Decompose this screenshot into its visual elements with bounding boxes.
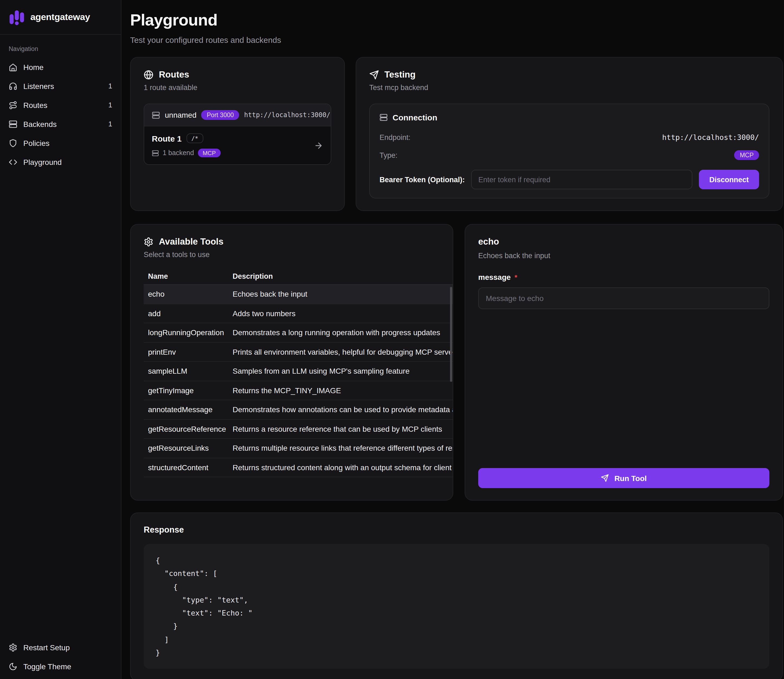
routes-card-subtitle: 1 route available <box>144 83 331 92</box>
column-header-name: Name <box>148 272 233 280</box>
sidebar-item-label: Playground <box>23 158 62 166</box>
tool-row-structuredContent[interactable]: structuredContent Returns structured con… <box>144 458 453 477</box>
run-tool-button[interactable]: Run Tool <box>478 468 769 488</box>
server-icon <box>9 120 17 128</box>
routes-card: Routes 1 route available unnamed Port 30… <box>130 57 345 211</box>
tools-card-subtitle: Select a tools to use <box>144 250 440 259</box>
listener-name: unnamed <box>165 111 197 119</box>
server-icon <box>152 111 160 119</box>
tool-row-echo[interactable]: echo Echoes back the input <box>144 285 453 304</box>
endpoint-label: Endpoint: <box>380 133 411 141</box>
disconnect-button[interactable]: Disconnect <box>699 170 759 189</box>
sidebar-item-label: Policies <box>23 139 50 147</box>
gear-icon <box>144 237 153 247</box>
sidebar-item-backends[interactable]: Backends 1 <box>0 114 121 133</box>
sidebar-item-label: Home <box>23 63 44 71</box>
tool-row-annotatedMessage[interactable]: annotatedMessage Demonstrates how annota… <box>144 400 453 419</box>
tool-row-printEnv[interactable]: printEnv Prints all environment variable… <box>144 343 453 362</box>
route-name: Route 1 <box>152 134 182 143</box>
tool-row-getResourceReference[interactable]: getResourceReference Returns a resource … <box>144 419 453 439</box>
connection-panel: Connection Endpoint: http://localhost:30… <box>369 103 769 199</box>
sidebar-item-playground[interactable]: Playground <box>0 152 121 171</box>
selected-tool-title: echo <box>478 236 769 247</box>
route-icon <box>9 101 17 109</box>
tool-row-longRunningOperation[interactable]: longRunningOperation Demonstrates a long… <box>144 323 453 343</box>
testing-card-title: Testing <box>384 69 415 80</box>
column-header-description: Description <box>233 272 447 280</box>
page-subtitle: Test your configured routes and backends <box>130 35 783 44</box>
testing-card: Testing Test mcp backend Connection Endp… <box>356 57 783 211</box>
response-card: Response { "content": [ { "type": "text"… <box>130 513 783 679</box>
sidebar-item-policies[interactable]: Policies <box>0 133 121 152</box>
tool-row-getTinyImage[interactable]: getTinyImage Returns the MCP_TINY_IMAGE <box>144 381 453 400</box>
sidebar-footer: Restart Setup Toggle Theme <box>0 638 121 679</box>
route-list-item[interactable]: Route 1 /* 1 backend MCP <box>144 126 331 164</box>
listener-row: unnamed Port 3000 http://localhost:3000/ <box>144 104 331 126</box>
port-badge: Port 3000 <box>201 110 239 120</box>
sidebar-item-count: 1 <box>108 82 112 90</box>
server-icon <box>380 113 388 122</box>
routes-card-title: Routes <box>159 69 189 80</box>
sidebar-item-count: 1 <box>108 120 112 128</box>
sidebar: agentgateway Navigation Home Listeners 1… <box>0 0 122 679</box>
brand[interactable]: agentgateway <box>0 0 121 35</box>
selected-tool-subtitle: Echoes back the input <box>478 252 769 260</box>
sidebar-item-count: 1 <box>108 101 112 109</box>
tool-row-sampleLLM[interactable]: sampleLLM Samples from an LLM using MCP'… <box>144 362 453 381</box>
tools-table: Name Description echo Echoes back the in… <box>144 268 453 477</box>
bearer-token-label: Bearer Token (Optional): <box>380 175 465 183</box>
app-root: agentgateway Navigation Home Listeners 1… <box>0 0 784 679</box>
run-tool-label: Run Tool <box>614 474 647 482</box>
send-icon <box>601 474 609 482</box>
route-path-badge: /* <box>186 133 203 143</box>
globe-icon <box>144 70 153 80</box>
sidebar-item-routes[interactable]: Routes 1 <box>0 95 121 114</box>
brand-name: agentgateway <box>30 12 90 22</box>
headphones-icon <box>9 81 17 90</box>
response-json: { "content": [ { "type": "text", "text":… <box>144 544 769 669</box>
route-backend-count: 1 backend <box>162 149 194 157</box>
top-row: Routes 1 route available unnamed Port 30… <box>130 57 783 211</box>
tools-card-title: Available Tools <box>159 236 223 247</box>
toggle-theme-label: Toggle Theme <box>23 662 71 671</box>
page-title: Playground <box>130 11 783 29</box>
tool-runner-card: echo Echoes back the input message * Run… <box>465 224 783 501</box>
available-tools-card: Available Tools Select a tools to use Na… <box>130 224 453 501</box>
listener-url: http://localhost:3000/ <box>244 111 331 119</box>
sidebar-item-label: Routes <box>23 101 47 109</box>
response-title: Response <box>144 525 769 535</box>
home-icon <box>9 63 17 71</box>
listener-box: unnamed Port 3000 http://localhost:3000/… <box>144 103 331 165</box>
toggle-theme-button[interactable]: Toggle Theme <box>0 657 121 676</box>
nav-section-label: Navigation <box>0 35 121 58</box>
restart-setup-button[interactable]: Restart Setup <box>0 638 121 657</box>
endpoint-value: http://localhost:3000/ <box>662 133 759 142</box>
tools-table-header: Name Description <box>144 268 453 285</box>
restart-setup-label: Restart Setup <box>23 643 70 652</box>
sidebar-item-listeners[interactable]: Listeners 1 <box>0 77 121 95</box>
connection-type-badge: MCP <box>734 150 759 160</box>
message-field-label: message <box>478 273 511 282</box>
route-type-badge: MCP <box>198 149 221 157</box>
bearer-token-input[interactable] <box>472 170 693 189</box>
main-content: Playground Test your configured routes a… <box>122 0 784 679</box>
sidebar-item-home[interactable]: Home <box>0 58 121 77</box>
sidebar-item-label: Backends <box>23 120 57 128</box>
type-label: Type: <box>380 151 397 159</box>
send-icon <box>369 70 379 80</box>
connection-title: Connection <box>392 113 437 122</box>
required-marker: * <box>515 273 517 282</box>
message-input[interactable] <box>478 288 769 309</box>
moon-icon <box>9 662 17 671</box>
testing-card-subtitle: Test mcp backend <box>369 83 769 92</box>
table-scrollbar[interactable] <box>450 287 452 382</box>
server-icon <box>152 149 159 156</box>
tool-row-getResourceLinks[interactable]: getResourceLinks Returns multiple resour… <box>144 439 453 458</box>
middle-row: Available Tools Select a tools to use Na… <box>130 224 783 501</box>
gear-icon <box>9 643 17 652</box>
code-icon <box>9 158 17 166</box>
tool-row-add[interactable]: add Adds two numbers <box>144 304 453 323</box>
agentgateway-logo-icon <box>9 9 25 25</box>
arrow-right-icon <box>314 141 323 150</box>
shield-icon <box>9 139 17 147</box>
